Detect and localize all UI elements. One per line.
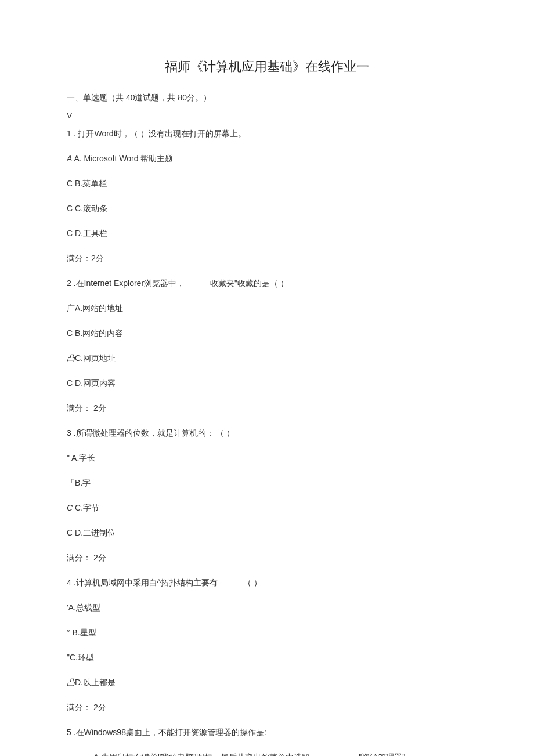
q3-c-text: C.字节	[75, 503, 99, 512]
q1-stem: 1 . 打开Word时，（ ）没有出现在打开的屏幕上。	[67, 128, 467, 140]
q5-option-a: A.先用鼠标右键单"我的电脑"图标，然后从弹出的菜单中选取"资源管理器"	[67, 751, 467, 756]
q1-c-text: C.滚动条	[75, 204, 107, 213]
q4-option-b: ° B.星型	[67, 627, 467, 639]
q4-d-prefix: 凸	[67, 678, 75, 687]
q1-d-text: D.工具栏	[75, 229, 107, 238]
q1-a-prefix: A	[67, 154, 72, 163]
q3-b-text: B.字	[75, 478, 91, 487]
q3-a-text: A.字长	[71, 453, 95, 462]
q5-a-text-b: "资源管理器"	[359, 753, 405, 756]
q3-option-b: 「B.字	[67, 477, 467, 489]
q3-d-prefix: C	[67, 528, 73, 537]
q1-c-prefix: C	[67, 204, 73, 213]
q5-stem: 5 .在Windows98桌面上，不能打开资源管理器的操作是:	[67, 726, 467, 739]
q2-option-d: C D.网页内容	[67, 377, 467, 389]
q3-b-prefix: 「	[67, 478, 75, 487]
q1-b-prefix: C	[67, 179, 73, 188]
q1-a-text: A. Microsoft Word 帮助主题	[74, 154, 173, 163]
q2-c-text: C.网页地址	[75, 353, 116, 363]
q1-d-prefix: C	[67, 229, 73, 238]
q3-d-text: D.二进制位	[75, 528, 116, 537]
q3-stem: 3 .所谓微处理器的位数，就是计算机的： （ ）	[67, 427, 467, 439]
q3-a-prefix: "	[67, 453, 70, 462]
section-header: 一、单选题（共 40道试题，共 80分。）	[67, 92, 467, 104]
q2-score: 满分： 2分	[67, 402, 467, 414]
q3-score: 满分： 2分	[67, 552, 467, 564]
q2-stem: 2 .在Internet Explorer浏览器中，收藏夹"收藏的是（ ）	[67, 277, 467, 290]
q2-c-prefix: 凸	[67, 353, 75, 363]
q2-stem-a: 2 .在Internet Explorer浏览器中，	[67, 278, 185, 288]
q2-b-prefix: C	[67, 328, 73, 338]
q2-b-text: B.网站的内容	[75, 328, 123, 338]
q4-c-text: C.环型	[70, 653, 94, 662]
q1-option-c: C C.滚动条	[67, 202, 467, 215]
q4-stem: 4 .计算机局域网中采用白^拓扑结构主要有（ ）	[67, 577, 467, 589]
q3-option-d: C D.二进制位	[67, 527, 467, 539]
q4-stem-b: （ ）	[243, 578, 262, 587]
q3-option-c: C C.字节	[67, 502, 467, 514]
q4-stem-a: 4 .计算机局域网中采用白^拓扑结构主要有	[67, 578, 218, 587]
q1-option-b: C B.菜单栏	[67, 178, 467, 190]
doc-title: 福师《计算机应用基础》在线作业一	[67, 58, 467, 75]
q4-option-a: 'A.总线型	[67, 602, 467, 614]
q4-b-text: B.星型	[73, 628, 96, 637]
q2-option-b: C B.网站的内容	[67, 327, 467, 339]
q4-option-c: "C.环型	[67, 652, 467, 664]
q1-score: 满分：2分	[67, 252, 467, 265]
q4-a-text: A.总线型	[68, 603, 100, 612]
q1-option-a: A A. Microsoft Word 帮助主题	[67, 153, 467, 165]
q4-d-text: D.以上都是	[75, 678, 116, 687]
v-marker: V	[67, 110, 467, 122]
q2-a-text: A.网站的地址	[75, 303, 123, 313]
q2-stem-b: 收藏夹"收藏的是（ ）	[210, 278, 288, 288]
q2-d-prefix: C	[67, 378, 73, 388]
q3-c-prefix: C	[67, 503, 73, 512]
q4-option-d: 凸D.以上都是	[67, 677, 467, 689]
q3-option-a: " A.字长	[67, 452, 467, 464]
q1-b-text: B.菜单栏	[75, 179, 107, 188]
q2-a-prefix: 广	[67, 303, 75, 313]
q4-b-prefix: °	[67, 628, 70, 637]
q2-option-a: 广A.网站的地址	[67, 302, 467, 314]
q5-a-text-a: A.先用鼠标右键单"我的电脑"图标，然后从弹出的菜单中选取	[93, 753, 310, 756]
q4-score: 满分： 2分	[67, 701, 467, 714]
q1-option-d: C D.工具栏	[67, 227, 467, 240]
q2-option-c: 凸C.网页地址	[67, 352, 467, 364]
q2-d-text: D.网页内容	[75, 378, 116, 388]
